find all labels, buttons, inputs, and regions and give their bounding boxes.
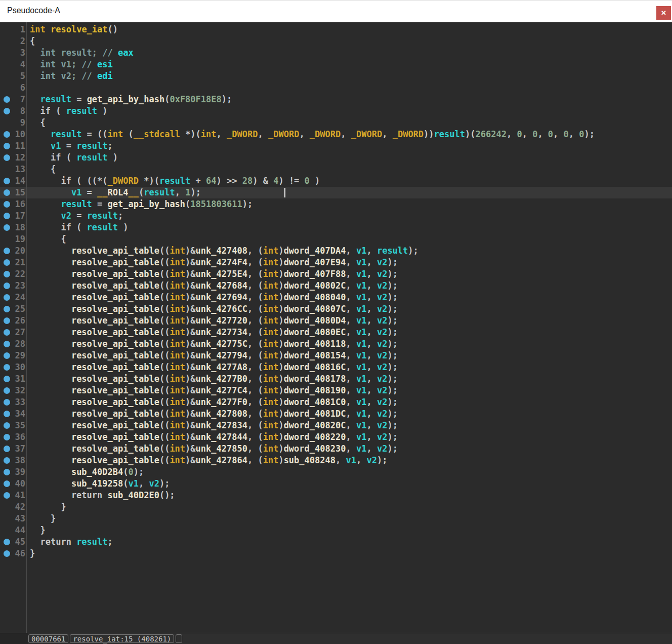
breakpoint-icon[interactable]: [4, 143, 10, 149]
code-line[interactable]: 20 resolve_api_table((int)&unk_427408, (…: [0, 245, 672, 257]
breakpoint-gutter[interactable]: [0, 82, 14, 94]
breakpoint-gutter[interactable]: [0, 501, 14, 513]
code-line[interactable]: 45 return result;: [0, 536, 672, 548]
breakpoint-gutter[interactable]: [0, 315, 14, 327]
breakpoint-icon[interactable]: [4, 213, 10, 219]
code-line[interactable]: 46}: [0, 548, 672, 559]
breakpoint-icon[interactable]: [4, 446, 10, 452]
code-line[interactable]: 44 }: [0, 525, 672, 536]
breakpoint-gutter[interactable]: [0, 175, 14, 187]
breakpoint-gutter[interactable]: [0, 513, 14, 525]
breakpoint-gutter[interactable]: [0, 105, 14, 117]
breakpoint-icon[interactable]: [4, 154, 10, 161]
code-line[interactable]: 35 resolve_api_table((int)&unk_427834, (…: [0, 420, 672, 431]
breakpoint-gutter[interactable]: [0, 361, 14, 373]
breakpoint-icon[interactable]: [4, 108, 10, 114]
breakpoint-gutter[interactable]: [0, 525, 14, 536]
code-line[interactable]: 38 resolve_api_table((int)&unk_427864, (…: [0, 455, 672, 466]
breakpoint-gutter[interactable]: [0, 152, 14, 164]
breakpoint-icon[interactable]: [4, 248, 10, 254]
code-line[interactable]: 12 if ( result ): [0, 152, 672, 164]
code-line[interactable]: 6: [0, 82, 672, 94]
code-line[interactable]: 4 int v1; // esi: [0, 59, 672, 70]
code-line[interactable]: 32 resolve_api_table((int)&unk_4277C4, (…: [0, 385, 672, 396]
breakpoint-icon[interactable]: [4, 341, 10, 347]
code-line[interactable]: 39 sub_40D2B4(0);: [0, 466, 672, 478]
breakpoint-icon[interactable]: [4, 411, 10, 417]
breakpoint-gutter[interactable]: [0, 233, 14, 245]
breakpoint-gutter[interactable]: [0, 327, 14, 338]
code-line[interactable]: 30 resolve_api_table((int)&unk_4277A8, (…: [0, 361, 672, 373]
breakpoint-icon[interactable]: [4, 283, 10, 289]
code-line[interactable]: 43 }: [0, 513, 672, 525]
breakpoint-icon[interactable]: [4, 469, 10, 475]
breakpoint-icon[interactable]: [4, 422, 10, 429]
code-line[interactable]: 17 v2 = result;: [0, 210, 672, 222]
breakpoint-gutter[interactable]: [0, 466, 14, 478]
code-line[interactable]: 22 resolve_api_table((int)&unk_4275E4, (…: [0, 268, 672, 280]
code-line[interactable]: 3 int result; // eax: [0, 47, 672, 59]
code-line[interactable]: 41 return sub_40D2E0();: [0, 490, 672, 501]
breakpoint-icon[interactable]: [4, 434, 10, 440]
breakpoint-gutter[interactable]: [0, 292, 14, 303]
breakpoint-gutter[interactable]: [0, 210, 14, 222]
breakpoint-gutter[interactable]: [0, 198, 14, 210]
breakpoint-gutter[interactable]: [0, 47, 14, 59]
close-button[interactable]: ✕: [656, 6, 671, 20]
code-line[interactable]: 28 resolve_api_table((int)&unk_42775C, (…: [0, 338, 672, 350]
breakpoint-gutter[interactable]: [0, 478, 14, 490]
breakpoint-gutter[interactable]: [0, 350, 14, 361]
breakpoint-icon[interactable]: [4, 492, 10, 499]
code-line[interactable]: 29 resolve_api_table((int)&unk_427794, (…: [0, 350, 672, 361]
breakpoint-gutter[interactable]: [0, 59, 14, 70]
breakpoint-gutter[interactable]: [0, 396, 14, 408]
breakpoint-icon[interactable]: [4, 317, 10, 324]
code-line[interactable]: 21 resolve_api_table((int)&unk_4274F4, (…: [0, 257, 672, 268]
breakpoint-icon[interactable]: [4, 131, 10, 138]
breakpoint-gutter[interactable]: [0, 303, 14, 315]
code-line[interactable]: 10 result = ((int (__stdcall *)(int, _DW…: [0, 129, 672, 140]
code-line[interactable]: 14 if ( ((*(_DWORD *)(result + 64) >> 28…: [0, 175, 672, 187]
pseudocode-view[interactable]: 1int resolve_iat()2{3 int result; // eax…: [0, 22, 672, 633]
breakpoint-icon[interactable]: [4, 306, 10, 312]
breakpoint-gutter[interactable]: [0, 70, 14, 82]
breakpoint-gutter[interactable]: [0, 280, 14, 292]
breakpoint-gutter[interactable]: [0, 338, 14, 350]
breakpoint-icon[interactable]: [4, 376, 10, 382]
breakpoint-gutter[interactable]: [0, 385, 14, 396]
breakpoint-icon[interactable]: [4, 550, 10, 557]
breakpoint-gutter[interactable]: [0, 117, 14, 129]
breakpoint-gutter[interactable]: [0, 373, 14, 385]
breakpoint-icon[interactable]: [4, 178, 10, 184]
code-line[interactable]: 40 sub_419258(v1, v2);: [0, 478, 672, 490]
code-line[interactable]: 13 {: [0, 164, 672, 175]
breakpoint-icon[interactable]: [4, 224, 10, 231]
code-line[interactable]: 18 if ( result ): [0, 222, 672, 233]
breakpoint-gutter[interactable]: [0, 140, 14, 152]
code-line[interactable]: 24 resolve_api_table((int)&unk_427694, (…: [0, 292, 672, 303]
breakpoint-icon[interactable]: [4, 294, 10, 301]
breakpoint-gutter[interactable]: [0, 35, 14, 47]
code-line[interactable]: 34 resolve_api_table((int)&unk_427808, (…: [0, 408, 672, 420]
breakpoint-icon[interactable]: [4, 201, 10, 208]
breakpoint-icon[interactable]: [4, 364, 10, 371]
code-line-current[interactable]: 15 v1 = __ROL4__(result, 1);: [0, 187, 672, 198]
code-line[interactable]: 36 resolve_api_table((int)&unk_427844, (…: [0, 431, 672, 443]
breakpoint-icon[interactable]: [4, 480, 10, 487]
code-line[interactable]: 42 }: [0, 501, 672, 513]
breakpoint-icon[interactable]: [4, 271, 10, 277]
code-line[interactable]: 25 resolve_api_table((int)&unk_4276CC, (…: [0, 303, 672, 315]
breakpoint-gutter[interactable]: [0, 24, 14, 35]
code-line[interactable]: 11 v1 = result;: [0, 140, 672, 152]
breakpoint-icon[interactable]: [4, 352, 10, 359]
code-line[interactable]: 5 int v2; // edi: [0, 70, 672, 82]
code-line[interactable]: 37 resolve_api_table((int)&unk_427850, (…: [0, 443, 672, 455]
breakpoint-gutter[interactable]: [0, 94, 14, 105]
code-line[interactable]: 1int resolve_iat(): [0, 24, 672, 35]
breakpoint-gutter[interactable]: [0, 420, 14, 431]
breakpoint-gutter[interactable]: [0, 548, 14, 559]
code-line[interactable]: 26 resolve_api_table((int)&unk_427720, (…: [0, 315, 672, 327]
breakpoint-icon[interactable]: [4, 259, 10, 266]
breakpoint-gutter[interactable]: [0, 164, 14, 175]
breakpoint-icon[interactable]: [4, 329, 10, 336]
